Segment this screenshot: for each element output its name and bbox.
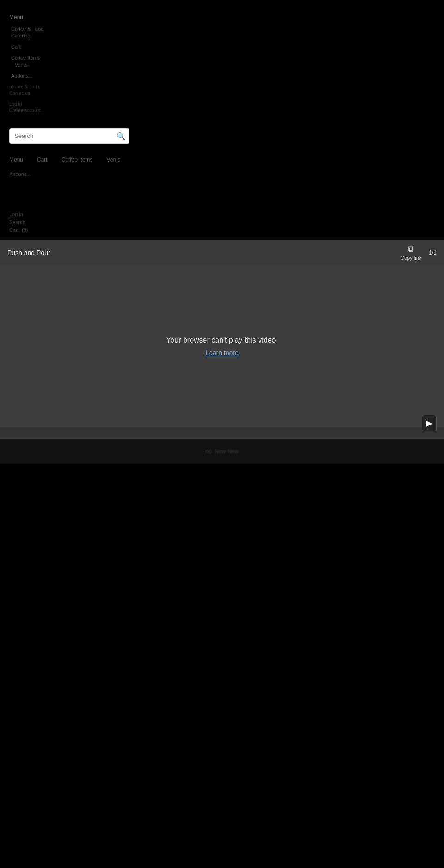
video-controls: ⧉ Copy link 1/1	[401, 244, 437, 261]
video-learn-more-link[interactable]: Learn more	[205, 349, 239, 356]
nav-login[interactable]: Log in	[9, 101, 435, 106]
video-pagination: 1/1	[429, 250, 437, 256]
nav-group-cart: Cart	[9, 44, 435, 50]
search-button[interactable]: 🔍	[117, 131, 126, 140]
below-video-label: no New New	[0, 439, 444, 464]
nav-coffee-items[interactable]: Coffee Items	[9, 55, 435, 61]
nav-conec[interactable]: Con.ec.us	[9, 91, 435, 96]
copy-link-button[interactable]: ⧉ Copy link	[401, 244, 421, 261]
middle-section: Log in Search Cart. (0)	[0, 202, 444, 240]
nav-group-sub: pts.ore & outs Con.ec.us	[9, 84, 435, 96]
search-box-wrapper: 🔍	[9, 128, 130, 144]
below-video-text: no New New	[205, 448, 238, 455]
nav-create-account[interactable]: Create account...	[9, 108, 435, 113]
sec-nav-cart[interactable]: Cart	[37, 156, 48, 163]
video-panel: Push and Pour ⧉ Copy link 1/1 Your brows…	[0, 240, 444, 439]
mid-cart[interactable]: Cart. (0)	[9, 227, 28, 233]
sec-nav-menu[interactable]: Menu	[9, 156, 23, 163]
copy-link-label: Copy link	[401, 255, 421, 261]
video-title: Push and Pour	[7, 249, 50, 256]
nav-group-addons: Addons...	[9, 73, 435, 79]
nav-coffee-tea[interactable]: Coffee & ooo	[9, 26, 435, 31]
nav-pts[interactable]: pts.ore & outs	[9, 84, 435, 89]
youtube-button[interactable]: ▶	[422, 415, 437, 431]
nav-vens[interactable]: Ven.s	[15, 62, 435, 68]
mid-search[interactable]: Search	[9, 219, 25, 225]
menu-label: Menu	[9, 14, 435, 20]
sec-nav-coffee-items[interactable]: Coffee Items	[62, 156, 93, 163]
nav-group-login: Log in Create account...	[9, 101, 435, 113]
nav-cart[interactable]: Cart	[9, 44, 435, 50]
nav-group-top: Coffee & ooo Catering	[9, 26, 435, 38]
addons-label: Addons...	[0, 169, 444, 179]
youtube-icon: ▶	[426, 418, 432, 428]
search-section: 🔍	[0, 124, 444, 148]
nav-group-coffee-items: Coffee Items Ven.s	[9, 55, 435, 68]
spacer-1	[0, 179, 444, 202]
middle-row-2: Search	[9, 219, 435, 225]
copy-icon: ⧉	[408, 244, 414, 254]
top-navigation: Menu Coffee & ooo Catering Cart Coffee I…	[0, 0, 444, 119]
mid-login[interactable]: Log in	[9, 212, 23, 217]
secondary-nav: Menu Cart Coffee Items Ven.s	[0, 153, 444, 167]
middle-row-3: Cart. (0)	[9, 227, 435, 233]
search-input[interactable]	[9, 128, 130, 144]
nav-catering[interactable]: Catering	[9, 33, 435, 38]
video-browser-message: Your browser can't play this video.	[166, 336, 278, 344]
search-icon: 🔍	[117, 132, 126, 140]
middle-row: Log in	[9, 212, 435, 217]
nav-addons[interactable]: Addons...	[9, 73, 435, 79]
bottom-area	[0, 464, 444, 742]
video-header: Push and Pour ⧉ Copy link 1/1	[0, 240, 444, 265]
sec-nav-vens[interactable]: Ven.s	[107, 156, 121, 163]
video-player: Your browser can't play this video. Lear…	[0, 265, 444, 427]
